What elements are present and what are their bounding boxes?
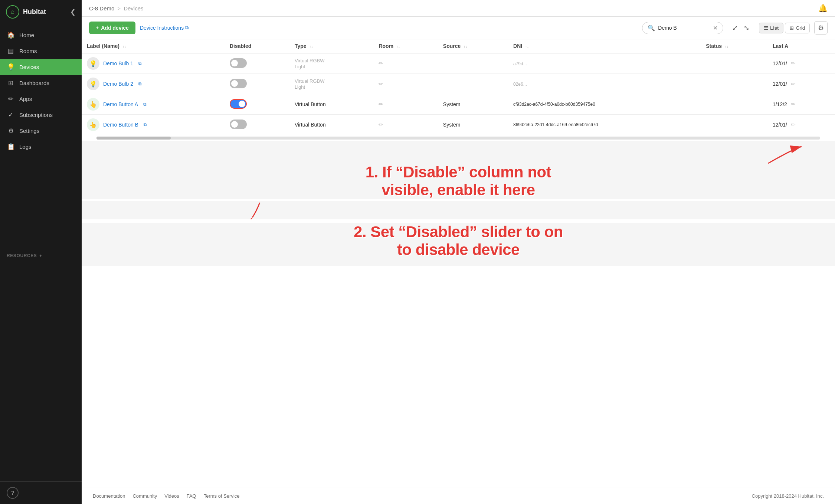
device-room-cell: ✏ [373, 74, 438, 94]
label-sort-icon[interactable]: ↑↓ [122, 45, 126, 49]
search-icon: 🔍 [648, 24, 655, 32]
sidebar-item-rooms-label: Rooms [19, 48, 37, 54]
sidebar-item-settings[interactable]: ⚙ Settings [0, 123, 82, 139]
sidebar-item-home[interactable]: 🏠 Home [0, 27, 82, 43]
room-sort-icon[interactable]: ↑↓ [396, 45, 400, 49]
disabled-toggle[interactable] [230, 79, 247, 88]
device-source-cell: System [438, 115, 508, 135]
toolbar: + Add device Device Instructions ⧉ 🔍 ✕ ⤢… [82, 17, 835, 39]
sidebar: ⌂ Hubitat ❮ 🏠 Home ▤ Rooms 💡 Devices ⊞ D… [0, 0, 82, 504]
device-ext-link[interactable]: ⧉ [144, 122, 147, 127]
device-ext-link[interactable]: ⧉ [138, 81, 142, 86]
footer-videos-link[interactable]: Videos [164, 493, 179, 499]
resources-expand-icon: ✦ [39, 254, 42, 258]
room-edit-icon[interactable]: ✏ [379, 101, 383, 107]
col-source: Source ↑↓ [438, 39, 508, 53]
device-room-cell: ✏ [373, 115, 438, 135]
sidebar-item-subscriptions[interactable]: ✓ Subscriptions [0, 107, 82, 123]
breadcrumb-parent[interactable]: C-8 Demo [89, 5, 114, 12]
annotation-text-2: 2. Set “Disabled” slider to on to disabl… [89, 223, 828, 259]
device-status-cell [701, 53, 767, 74]
device-name-link[interactable]: Demo Button B [103, 122, 138, 128]
sidebar-item-rooms[interactable]: ▤ Rooms [0, 43, 82, 59]
table-row: 👆 Demo Button B ⧉ Virtual Button ✏ [82, 115, 835, 135]
devices-icon: 💡 [7, 63, 15, 71]
device-last-a-cell: 12/01/ ✏ [767, 53, 835, 74]
device-status-cell [701, 115, 767, 135]
device-ext-link[interactable]: ⧉ [143, 102, 147, 107]
device-name-cell: 👆 Demo Button A ⧉ [82, 94, 225, 115]
device-disabled-cell [225, 53, 289, 74]
device-name-link[interactable]: Demo Bulb 2 [103, 81, 133, 87]
footer: Documentation Community Videos FAQ Terms… [82, 488, 835, 504]
device-name-link[interactable]: Demo Button A [103, 101, 138, 107]
room-edit-icon[interactable]: ✏ [379, 60, 383, 66]
device-name-cell: 💡 Demo Bulb 1 ⧉ [82, 53, 225, 74]
device-type-cell: Virtual Button [289, 115, 374, 135]
list-icon: ☰ [764, 25, 768, 31]
disabled-toggle[interactable] [230, 58, 247, 68]
add-device-button[interactable]: + Add device [89, 22, 135, 34]
status-sort-icon[interactable]: ↑↓ [725, 45, 728, 49]
sidebar-item-devices[interactable]: 💡 Devices [0, 59, 82, 75]
row-edit-icon[interactable]: ✏ [791, 101, 796, 107]
scrollbar-area [82, 135, 835, 141]
row-edit-icon[interactable]: ✏ [791, 121, 796, 128]
device-icon: 💡 [87, 57, 99, 70]
room-edit-icon[interactable]: ✏ [379, 81, 383, 87]
device-name-cell: 👆 Demo Button B ⧉ [82, 115, 225, 135]
row-edit-icon[interactable]: ✏ [791, 60, 796, 66]
sidebar-item-subscriptions-label: Subscriptions [19, 112, 53, 118]
annotation-text-1: 1. If “Disable” column not visible, enab… [89, 163, 828, 199]
sidebar-item-logs[interactable]: 📋 Logs [0, 139, 82, 155]
disabled-toggle-on[interactable] [230, 99, 247, 109]
col-last-a: Last A [767, 39, 835, 53]
devices-table: Label (Name) ↑↓ Disabled Type ↑↓ Room [82, 39, 835, 135]
search-input[interactable] [658, 25, 710, 31]
device-name-link[interactable]: Demo Bulb 1 [103, 60, 133, 66]
shrink-button[interactable]: ⤢ [730, 22, 740, 33]
expand-button[interactable]: ⤡ [741, 22, 752, 33]
help-button[interactable]: ? [7, 487, 19, 499]
table-annotation-wrapper: Label (Name) ↑↓ Disabled Type ↑↓ Room [82, 39, 835, 488]
device-ext-link[interactable]: ⧉ [138, 61, 142, 66]
footer-faq-link[interactable]: FAQ [187, 493, 196, 499]
col-label: Label (Name) ↑↓ [82, 39, 225, 53]
footer-community-link[interactable]: Community [132, 493, 157, 499]
sidebar-item-apps[interactable]: ✏ Apps [0, 91, 82, 107]
row-edit-icon[interactable]: ✏ [791, 81, 796, 87]
sidebar-item-home-label: Home [19, 32, 34, 38]
list-view-button[interactable]: ☰ List [759, 23, 783, 33]
type-sort-icon[interactable]: ↑↓ [309, 45, 313, 49]
footer-links: Documentation Community Videos FAQ Terms… [93, 493, 240, 499]
device-last-a-cell: 1/12/2 ✏ [767, 94, 835, 115]
search-clear-button[interactable]: ✕ [713, 24, 718, 32]
arrow-to-toggle-area [82, 201, 835, 219]
room-edit-icon[interactable]: ✏ [379, 121, 383, 128]
disabled-toggle[interactable] [230, 120, 247, 129]
horizontal-scrollbar-track[interactable] [96, 137, 820, 140]
breadcrumb-current: Devices [124, 5, 143, 12]
horizontal-scrollbar-thumb[interactable] [96, 137, 171, 140]
column-settings-button[interactable]: ⚙ [814, 21, 828, 35]
source-sort-icon[interactable]: ↑↓ [464, 45, 467, 49]
table-row: 💡 Demo Bulb 1 ⧉ Virtual RGBWLight [82, 53, 835, 74]
device-last-a-cell: 12/01/ ✏ [767, 74, 835, 94]
device-source-cell: System [438, 94, 508, 115]
device-instructions-link[interactable]: Device Instructions ⧉ [140, 25, 189, 31]
device-name-cell: 💡 Demo Bulb 2 ⧉ [82, 74, 225, 94]
notification-bell[interactable]: 🔔 [818, 4, 828, 13]
dni-sort-icon[interactable]: ↑↓ [525, 45, 529, 49]
footer-tos-link[interactable]: Terms of Service [204, 493, 240, 499]
grid-view-button[interactable]: ⊞ Grid [785, 23, 810, 33]
col-disabled: Disabled [225, 39, 289, 53]
device-instructions-label: Device Instructions [140, 25, 184, 31]
sidebar-collapse-button[interactable]: ❮ [70, 8, 76, 16]
main-content: C-8 Demo > Devices 🔔 + Add device Device… [82, 0, 835, 504]
sidebar-help: ? [0, 481, 82, 504]
device-disabled-cell [225, 115, 289, 135]
dashboards-icon: ⊞ [7, 79, 15, 87]
settings-icon: ⚙ [7, 127, 15, 135]
sidebar-item-dashboards[interactable]: ⊞ Dashboards [0, 75, 82, 91]
footer-documentation-link[interactable]: Documentation [93, 493, 125, 499]
